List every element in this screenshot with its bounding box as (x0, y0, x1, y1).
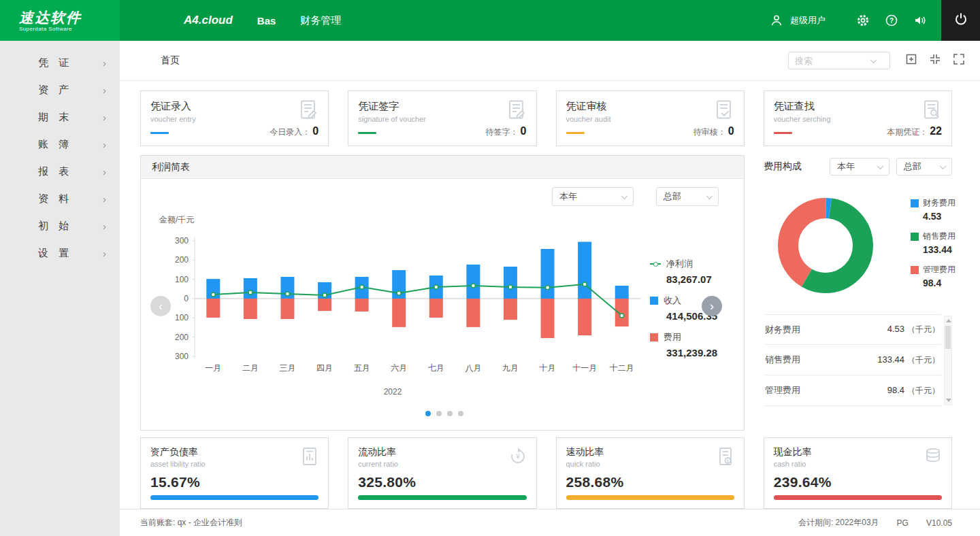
donut-legend: 财务费用 4.53 销售费用 133.44 (911, 197, 956, 297)
sidebar-item-assets[interactable]: 资 产› (0, 76, 120, 103)
kpi-stat-label: 今日录入： (270, 127, 310, 138)
legend-value: 83,267.07 (666, 273, 717, 285)
window-controls (905, 53, 965, 68)
kpi-card-voucher-audit[interactable]: 凭证审核 voucher audit 待审核： 0 (556, 90, 745, 146)
org-filter-dropdown[interactable]: 总部 (896, 158, 952, 175)
tab-home[interactable]: 首页 (161, 54, 180, 67)
app-header: 速达软件 Superdata Software A4.cloud Bas 财务管… (0, 0, 980, 41)
bill-icon: ¥ (715, 446, 736, 469)
svg-text:¥: ¥ (515, 453, 520, 460)
nav-item-bas[interactable]: Bas (257, 15, 276, 27)
chevron-right-icon: › (103, 139, 106, 150)
ratio-title: 速动比率 (566, 446, 734, 458)
kpi-stat-value: 22 (930, 125, 942, 137)
chevron-right-icon: › (103, 57, 106, 69)
ratio-value: 325.80% (358, 474, 526, 490)
row-unit: （千元） (907, 385, 940, 397)
legend-entry-finance-expense: 财务费用 4.53 (911, 197, 956, 222)
ratio-value: 258.68% (566, 474, 734, 490)
power-button[interactable] (941, 0, 980, 41)
table-row[interactable]: 销售费用 133.44 （千元） (764, 345, 941, 375)
ratio-title: 资产负债率 (150, 446, 318, 458)
ratio-card-quick[interactable]: 速动比率 quick ratio 258.68% ¥ (556, 437, 745, 509)
sidebar-item-settings[interactable]: 设 置› (0, 239, 120, 267)
chevron-right-icon: › (103, 220, 106, 232)
ratio-bar (150, 495, 318, 500)
carousel-pagination (141, 411, 748, 416)
dropdown-value: 总部 (664, 190, 681, 203)
sidebar-item-period-end[interactable]: 期 末› (0, 103, 120, 131)
sidebar-item-voucher[interactable]: 凭 证› (0, 49, 120, 76)
document-chart-icon (299, 446, 320, 469)
gear-icon[interactable] (855, 13, 870, 28)
speaker-icon[interactable] (913, 13, 928, 28)
scrollbar[interactable] (944, 316, 952, 405)
app-logo[interactable]: 速达软件 Superdata Software (0, 0, 120, 41)
table-row[interactable]: 管理费用 98.4 （千元） (764, 375, 941, 406)
legend-entry-net-profit: 净利润 83,267.07 (650, 258, 717, 285)
sidebar-item-base-data[interactable]: 资 料› (0, 185, 120, 212)
ratio-value: 239.64% (774, 474, 942, 490)
kpi-card-voucher-sign[interactable]: 凭证签字 signature of voucher 待签字： 0 (348, 90, 536, 146)
ratio-bar (358, 495, 526, 500)
search-combobox[interactable] (788, 52, 890, 69)
user-menu[interactable]: 超级用户 (769, 13, 826, 28)
ratio-card-asset-liability[interactable]: 资产负债率 asset libility ratio 15.67% (140, 437, 329, 509)
kpi-card-voucher-entry[interactable]: 凭证录入 voucher entry 今日录入： 0 (140, 90, 329, 146)
dropdown-value: 总部 (904, 161, 921, 173)
ratio-card-cash[interactable]: 现金比率 cash ratio 239.64% (764, 437, 952, 509)
ratio-card-current[interactable]: 流动比率 current ratio 325.80% ¥ (348, 437, 536, 509)
sidebar-item-reports[interactable]: 报 表› (0, 158, 120, 185)
nav-item-a4cloud[interactable]: A4.cloud (184, 14, 233, 27)
kpi-stat-label: 待审核： (693, 127, 726, 138)
row-unit: （千元） (907, 354, 940, 366)
legend-label: 销售费用 (923, 231, 956, 242)
org-filter-dropdown[interactable]: 总部 (656, 187, 719, 206)
scrollbar-thumb[interactable] (945, 326, 951, 349)
kpi-card-voucher-search[interactable]: 凭证查找 voucher serching 本期凭证： 22 (764, 90, 952, 146)
kpi-stat: 本期凭证： 22 (887, 125, 942, 138)
kpi-accent-bar (566, 132, 585, 134)
pagination-dot[interactable] (425, 411, 431, 416)
svg-text:五月: 五月 (354, 363, 370, 373)
scroll-up-icon[interactable] (946, 319, 951, 322)
carousel-next-button[interactable]: › (702, 296, 722, 316)
ratio-subtitle: asset libility ratio (150, 460, 318, 468)
top-nav: A4.cloud Bas 财务管理 (184, 14, 341, 27)
svg-text:300: 300 (175, 352, 189, 361)
profit-combo-chart: 3002001000100200300一月二月三月四月五月六月七月八月九月十月十… (154, 224, 644, 377)
exit-fullscreen-icon[interactable] (929, 53, 941, 68)
carousel-prev-button[interactable]: ‹ (150, 296, 171, 316)
help-icon[interactable]: ? (884, 13, 899, 28)
svg-text:三月: 三月 (279, 363, 295, 373)
table-row[interactable]: 财务费用 4.53 （千元） (764, 314, 941, 345)
search-input[interactable] (795, 56, 871, 66)
pagination-dot[interactable] (436, 411, 442, 416)
user-icon (769, 13, 784, 28)
pagination-dot[interactable] (447, 411, 453, 416)
svg-text:四月: 四月 (316, 363, 333, 373)
nav-item-finance[interactable]: 财务管理 (300, 14, 341, 27)
kpi-accent-bar (150, 132, 169, 134)
pagination-dot[interactable] (458, 411, 463, 416)
svg-text:200: 200 (175, 333, 189, 342)
sidebar-item-initial[interactable]: 初 始› (0, 212, 120, 239)
status-bar: 当前账套: qx - 企业会计准则 会计期间: 2022年03月 PG V10.… (120, 509, 980, 536)
kpi-stat-label: 待签字： (486, 127, 519, 138)
chevron-right-icon: › (103, 166, 106, 178)
fullscreen-icon[interactable] (953, 53, 965, 68)
sidebar-item-account-books[interactable]: 账 簿› (0, 131, 120, 158)
year-filter-dropdown[interactable]: 本年 (552, 187, 634, 206)
svg-text:七月: 七月 (428, 363, 444, 373)
zoom-fit-icon[interactable] (905, 53, 917, 68)
version-label: V10.05 (926, 518, 952, 528)
chevron-right-icon: › (103, 84, 106, 96)
row-label: 财务费用 (765, 324, 800, 336)
scroll-down-icon[interactable] (946, 399, 951, 402)
year-filter-dropdown[interactable]: 本年 (830, 158, 889, 175)
svg-text:十月: 十月 (540, 363, 556, 373)
expense-donut-chart (774, 195, 877, 297)
svg-text:?: ? (889, 17, 894, 24)
chevron-down-icon[interactable] (870, 56, 877, 63)
kpi-accent-bar (774, 132, 792, 134)
